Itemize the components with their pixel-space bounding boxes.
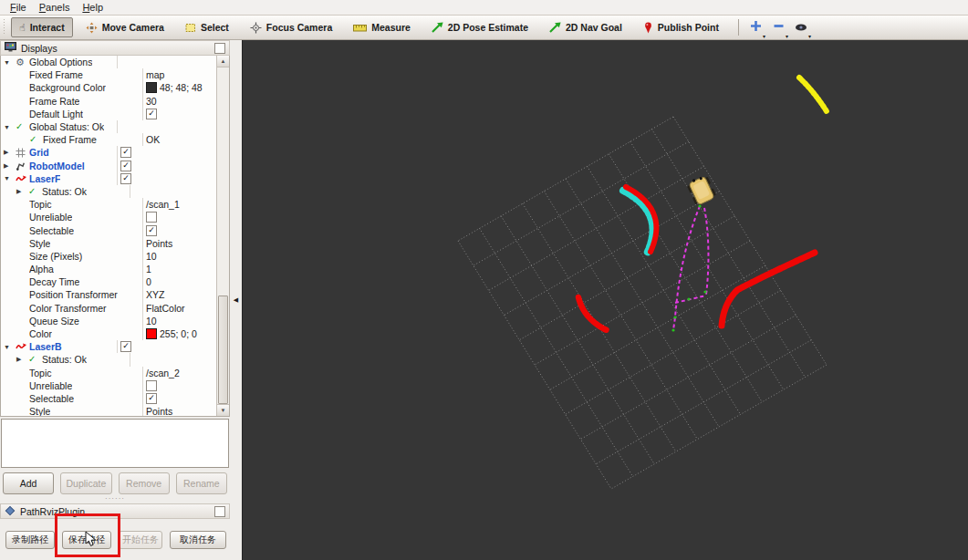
tree-row-laserf[interactable]: ▼LaserF✓ <box>1 172 229 185</box>
expand-arrow-open[interactable]: ▼ <box>4 344 16 350</box>
remove-tool-button[interactable]: ▾ <box>768 18 789 36</box>
expand-arrow-closed[interactable]: ▶ <box>16 188 28 195</box>
property-value: 30 <box>146 96 157 107</box>
remove-button[interactable]: Remove <box>119 472 170 494</box>
tree-row-selectable[interactable]: Selectable✓ <box>1 223 229 236</box>
tool-properties-button[interactable]: ▾ <box>791 18 812 36</box>
tree-row-alpha[interactable]: Alpha1 <box>1 263 229 275</box>
property-value: /scan_1 <box>146 199 180 210</box>
scroll-up-arrow[interactable]: ▲ <box>217 56 229 67</box>
plugin-button-录制路径[interactable]: 录制路径 <box>5 531 55 549</box>
tree-row-topic[interactable]: Topic/scan_1 <box>1 198 229 211</box>
checkbox[interactable]: ✓ <box>120 161 131 171</box>
checkbox[interactable]: ✓ <box>120 147 131 158</box>
property-value-cell[interactable] <box>117 120 229 133</box>
tool-button-focus-camera[interactable]: Focus Camera <box>242 17 340 37</box>
plugin-panel-header[interactable]: PathRvizPlugin <box>0 503 230 519</box>
expand-arrow-closed[interactable]: ▶ <box>16 356 28 363</box>
tree-row-style[interactable]: StylePoints <box>1 405 229 417</box>
tool-button-measure[interactable]: Measure <box>345 17 419 37</box>
checkbox[interactable]: ✓ <box>146 109 157 119</box>
tree-row-topic[interactable]: Topic/scan_2 <box>1 367 229 379</box>
tree-row-default-light[interactable]: Default Light✓ <box>1 108 229 120</box>
checkbox[interactable]: ✓ <box>120 173 131 184</box>
tree-row-style[interactable]: StylePoints <box>1 237 229 250</box>
scroll-down-arrow[interactable]: ▼ <box>217 404 229 416</box>
property-value-cell[interactable] <box>130 185 229 198</box>
expand-arrow-closed[interactable]: ▶ <box>4 162 16 170</box>
duplicate-button[interactable]: Duplicate <box>60 472 111 494</box>
tree-row-global-status-ok[interactable]: ▼✓Global Status: Ok <box>1 120 229 133</box>
tree-row-status-ok[interactable]: ▶✓Status: Ok <box>1 185 229 198</box>
tree-row-unreliable[interactable]: Unreliable <box>1 379 229 392</box>
recorded-path <box>675 296 706 303</box>
tool-button-interact[interactable]: ☝Interact <box>11 17 73 37</box>
color-swatch[interactable] <box>146 82 157 93</box>
checkbox[interactable]: ✓ <box>146 393 157 404</box>
displays-panel-header[interactable]: Displays <box>0 40 230 56</box>
expand-arrow-open[interactable]: ▼ <box>4 59 16 66</box>
property-value-cell[interactable] <box>117 56 229 68</box>
tree-row-size-pixels[interactable]: Size (Pixels)10 <box>1 250 229 263</box>
property-value-cell[interactable]: ✓ <box>117 146 229 159</box>
tree-row-decay-time[interactable]: Decay Time0 <box>1 275 229 288</box>
tree-row-color[interactable]: Color255; 0; 0 <box>1 327 229 340</box>
panel-splitter-handle[interactable]: ······ <box>0 496 230 503</box>
plugin-button-取消任务[interactable]: 取消任务 <box>170 531 226 549</box>
tree-row-color-transformer[interactable]: Color TransformerFlatColor <box>1 302 229 315</box>
menu-item-panels[interactable]: Panels <box>33 1 77 14</box>
property-value-cell[interactable]: ✓ <box>117 340 229 353</box>
recorded-path <box>704 208 708 295</box>
tree-row-robotmodel[interactable]: ▶RobotModel✓ <box>1 160 229 172</box>
expand-arrow-open[interactable]: ▼ <box>4 124 16 130</box>
dropdown-arrow-icon[interactable]: ▾ <box>786 33 788 39</box>
plugin-button-开始任务[interactable]: 开始任务 <box>119 531 162 549</box>
toolbar-grip[interactable] <box>3 19 7 36</box>
panel-viewport-splitter[interactable]: ◀ <box>230 40 242 560</box>
render-viewport-3d[interactable] <box>242 40 968 560</box>
laser-right-points-red <box>722 253 815 326</box>
tree-row-status-ok[interactable]: ▶✓Status: Ok <box>1 353 229 366</box>
eye-icon <box>795 19 807 36</box>
dropdown-arrow-icon[interactable]: ▾ <box>763 33 765 39</box>
tree-row-selectable[interactable]: Selectable✓ <box>1 392 229 405</box>
checkbox[interactable]: ✓ <box>120 341 131 352</box>
tree-row-fixed-frame[interactable]: Fixed Framemap <box>1 68 229 81</box>
rename-button[interactable]: Rename <box>176 472 227 494</box>
tool-button-2d-pose-estimate[interactable]: 2D Pose Estimate <box>423 17 536 37</box>
tree-row-frame-rate[interactable]: Frame Rate30 <box>1 95 229 108</box>
tree-row-fixed-frame[interactable]: ✓Fixed FrameOK <box>1 133 229 146</box>
add-tool-button[interactable]: ▾ <box>745 18 766 36</box>
scrollbar-thumb[interactable] <box>218 296 228 404</box>
color-swatch[interactable] <box>146 328 157 339</box>
checkbox[interactable]: ✓ <box>146 225 157 236</box>
collapse-arrow-icon[interactable]: ◀ <box>234 296 238 304</box>
tool-button-select[interactable]: Select <box>177 17 237 37</box>
tree-row-background-color[interactable]: Background Color48; 48; 48 <box>1 81 229 94</box>
checkbox[interactable] <box>146 380 157 391</box>
menu-item-help[interactable]: Help <box>76 1 109 14</box>
menu-item-file[interactable]: File <box>4 1 33 14</box>
tree-row-laserb[interactable]: ▼LaserB✓ <box>1 340 229 353</box>
property-value-cell[interactable]: ✓ <box>117 160 229 172</box>
panel-float-button[interactable] <box>214 506 225 517</box>
tool-button-publish-point[interactable]: Publish Point <box>635 17 727 37</box>
expand-arrow-open[interactable]: ▼ <box>4 175 16 181</box>
tree-row-queue-size[interactable]: Queue Size10 <box>1 315 229 327</box>
tree-row-global-options[interactable]: ▼⚙Global Options <box>1 56 229 68</box>
panel-float-button[interactable] <box>214 43 225 54</box>
property-label: Background Color <box>29 82 106 93</box>
tree-row-unreliable[interactable]: Unreliable <box>1 211 229 223</box>
property-value-cell[interactable]: ✓ <box>117 172 229 185</box>
expand-arrow-closed[interactable]: ▶ <box>4 149 16 156</box>
tree-row-position-transformer[interactable]: Position TransformerXYZ <box>1 288 229 301</box>
add-button[interactable]: Add <box>3 472 54 494</box>
checkbox[interactable] <box>146 212 157 223</box>
tree-row-grid[interactable]: ▶Grid✓ <box>1 146 229 159</box>
property-value-cell[interactable] <box>130 353 229 366</box>
tool-button-move-camera[interactable]: Move Camera <box>78 17 172 37</box>
tool-button-2d-nav-goal[interactable]: 2D Nav Goal <box>541 17 630 37</box>
plugin-button-保存路径[interactable]: 保存路径 <box>62 531 111 549</box>
dropdown-arrow-icon[interactable]: ▾ <box>808 33 811 39</box>
tree-scrollbar[interactable]: ▲ ▼ <box>216 56 229 416</box>
